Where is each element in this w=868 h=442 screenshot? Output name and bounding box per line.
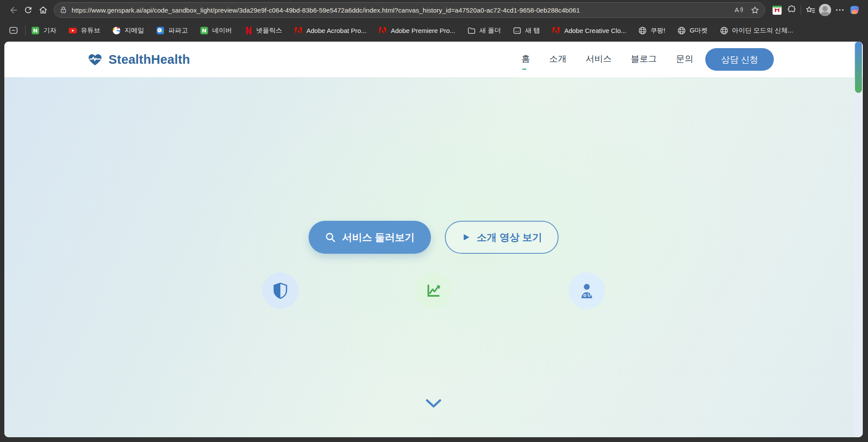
browser-toolbar: https://www.genspark.ai/api/code_sandbox… <box>0 0 868 20</box>
explore-services-button[interactable]: 서비스 둘러보기 <box>309 221 431 254</box>
bookmark-label: 네이버 <box>212 26 232 35</box>
bookmark-label: Adobe Acrobat Pro... <box>306 27 366 34</box>
bookmark-label: 넷플릭스 <box>256 26 282 35</box>
toolbar-separator <box>801 5 801 15</box>
address-bar[interactable]: https://www.genspark.ai/api/code_sandbox… <box>54 2 765 18</box>
main-nav: 홈 소개 서비스 블로그 문의 <box>521 53 693 66</box>
bookmark-youtube[interactable]: 유튜브 <box>68 26 100 35</box>
hero-section: 서비스 둘러보기 소개 영상 보기 <box>4 77 863 437</box>
extensions-button[interactable] <box>784 3 799 17</box>
naver-news-icon <box>31 26 40 35</box>
settings-menu-button[interactable] <box>832 3 847 17</box>
back-icon <box>9 5 19 15</box>
bookmarks-separator <box>25 25 26 36</box>
bookmark-new-folder[interactable]: 새 폴더 <box>467 26 501 35</box>
profile-button[interactable] <box>818 3 832 17</box>
intro-video-label: 소개 영상 보기 <box>477 231 542 244</box>
feature-icons-row <box>4 272 863 309</box>
mcafee-extension-icon <box>772 5 783 16</box>
explore-services-label: 서비스 둘러보기 <box>342 231 414 244</box>
bookmark-gmarket[interactable]: G마켓 <box>677 26 708 35</box>
nav-services[interactable]: 서비스 <box>585 53 612 66</box>
scroll-indicator[interactable] <box>4 398 863 409</box>
bookmark-naver[interactable]: 네이버 <box>200 26 232 35</box>
bookmark-label: 새 탭 <box>525 26 540 35</box>
feature-analytics <box>415 272 452 309</box>
bookmark-identity-mode[interactable]: 아이딘 모드의 신체... <box>720 26 793 35</box>
youtube-icon <box>68 26 77 35</box>
bookmark-new-tab[interactable]: 새 탭 <box>513 26 540 35</box>
feature-doctor <box>569 272 605 309</box>
bookmark-label: Adobe Premiere Pro... <box>391 27 455 34</box>
adobe-icon <box>552 26 561 35</box>
bookmark-label: G마켓 <box>690 26 708 35</box>
nav-blog[interactable]: 블로그 <box>631 53 657 66</box>
home-button[interactable] <box>36 3 50 17</box>
google-icon <box>112 26 121 35</box>
folder-icon <box>467 26 476 35</box>
bookmark-label: 지메일 <box>125 26 144 35</box>
page-scrollbar-thumb[interactable] <box>855 42 862 93</box>
hero-buttons: 서비스 둘러보기 소개 영상 보기 <box>4 221 863 254</box>
new-tab-icon <box>513 26 522 35</box>
chevron-down-icon <box>424 398 443 409</box>
profile-avatar <box>819 4 831 16</box>
bookmark-papago[interactable]: 파파고 <box>156 26 188 35</box>
mcafee-extension-button[interactable] <box>769 3 784 17</box>
page-scrollbar-track[interactable] <box>854 42 862 437</box>
adobe-icon <box>294 26 303 35</box>
bookmark-label: 새 폴더 <box>480 26 501 35</box>
chart-line-icon <box>426 283 441 298</box>
nav-home[interactable]: 홈 <box>521 53 530 66</box>
bookmark-gija[interactable]: 기자 <box>31 26 56 35</box>
bookmark-gmail[interactable]: 지메일 <box>112 26 144 35</box>
collections-icon <box>805 5 816 16</box>
doctor-icon <box>579 282 595 299</box>
bookmark-label: 아이딘 모드의 신체... <box>732 26 793 35</box>
site-header: StealthHealth 홈 소개 서비스 블로그 문의 상담 신청 <box>4 42 863 77</box>
globe-icon <box>720 26 729 35</box>
bookmark-premiere[interactable]: Adobe Premiere Pro... <box>378 26 455 35</box>
favorite-star-icon[interactable] <box>750 6 760 15</box>
bookmark-label: 유튜브 <box>81 26 100 35</box>
refresh-button[interactable] <box>21 3 36 17</box>
collections-button[interactable] <box>803 3 818 17</box>
intro-video-button[interactable]: 소개 영상 보기 <box>445 221 559 254</box>
bookmark-netflix[interactable]: 넷플릭스 <box>243 26 282 35</box>
shield-icon <box>273 282 288 299</box>
heart-pulse-icon <box>87 52 103 67</box>
refresh-icon <box>23 5 33 15</box>
copilot-button[interactable] <box>847 3 862 17</box>
play-icon <box>461 232 471 242</box>
papago-icon <box>156 26 165 35</box>
bookmarks-bar: 기자 유튜브 지메일 파파고 네이버 넷플릭스 Adobe Acrobat Pr… <box>0 20 868 41</box>
nav-about[interactable]: 소개 <box>549 53 566 66</box>
bookmark-label: Adobe Creative Clo... <box>564 27 626 34</box>
consultation-button[interactable]: 상담 신청 <box>705 48 774 71</box>
back-button[interactable] <box>6 3 21 17</box>
svg-text:A: A <box>735 7 739 13</box>
nav-contact[interactable]: 문의 <box>676 53 693 66</box>
naver-icon <box>200 26 209 35</box>
extensions-puzzle-icon <box>786 5 797 15</box>
home-icon <box>38 5 48 15</box>
ellipsis-icon <box>835 5 845 15</box>
bookmark-coupang[interactable]: 쿠팡! <box>638 26 665 35</box>
read-aloud-icon[interactable]: A <box>734 6 744 14</box>
bookmark-acrobat[interactable]: Adobe Acrobat Pro... <box>294 26 366 35</box>
bookmark-label: 쿠팡! <box>651 26 665 35</box>
bookmark-label: 기자 <box>43 26 56 35</box>
url-text[interactable]: https://www.genspark.ai/api/code_sandbox… <box>72 7 730 14</box>
netflix-icon <box>243 26 253 35</box>
brand-name: StealthHealth <box>108 52 190 67</box>
bookmark-creative-cloud[interactable]: Adobe Creative Clo... <box>552 26 626 35</box>
workspaces-button[interactable] <box>6 23 21 38</box>
globe-icon <box>638 26 647 35</box>
page-viewport: StealthHealth 홈 소개 서비스 블로그 문의 상담 신청 서비스 … <box>4 42 863 437</box>
lock-icon <box>59 6 67 14</box>
adobe-icon <box>378 26 387 35</box>
bookmark-label: 파파고 <box>168 26 188 35</box>
brand-logo[interactable]: StealthHealth <box>87 52 190 67</box>
feature-security <box>262 272 299 309</box>
workspaces-icon <box>8 25 19 36</box>
